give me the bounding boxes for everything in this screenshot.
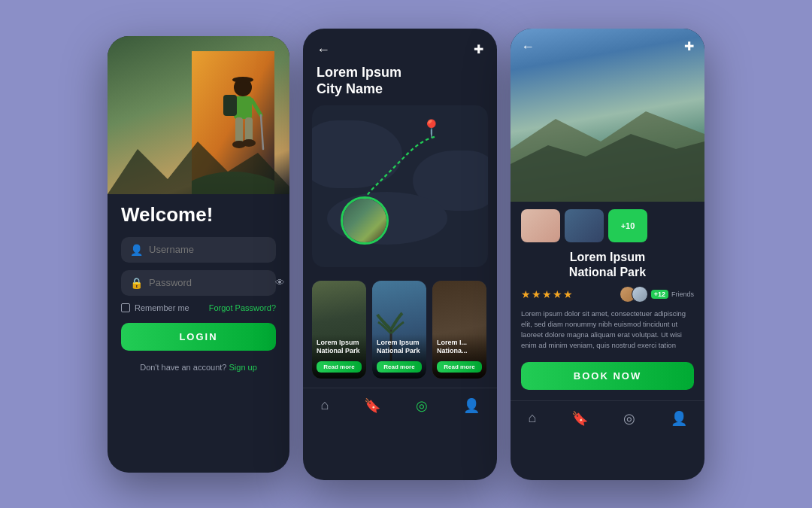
- read-more-btn-1[interactable]: Read more: [317, 361, 362, 373]
- password-input-row[interactable]: 🔒 👁: [121, 270, 276, 296]
- card-title-2: Lorem IpsumNational Park: [377, 339, 422, 355]
- map-screen: ← Lorem Ipsum City Name ✚ 📍 Lorem IpsumN…: [303, 29, 497, 480]
- friends-label: Friends: [671, 291, 694, 298]
- card-title-1: Lorem IpsumNational Park: [317, 339, 362, 355]
- nav-compass[interactable]: ◎: [416, 397, 428, 414]
- cliff-svg: [511, 104, 704, 202]
- card-overlay-3: Lorem I...Nationa... Read more: [432, 334, 486, 379]
- friends-badge: +12 Friends: [620, 286, 694, 303]
- detail-nav-compass[interactable]: ◎: [623, 410, 635, 427]
- destination-pin: 📍: [421, 119, 441, 138]
- detail-screen: ← ✚ +10 Lorem Ipsum National Park ★★★★★ …: [511, 29, 704, 480]
- map-header: ← Lorem Ipsum City Name ✚: [303, 29, 497, 98]
- mountain-bg: [108, 134, 289, 194]
- detail-back-button[interactable]: ←: [521, 39, 535, 55]
- login-button[interactable]: LOGIN: [121, 323, 276, 351]
- bottom-nav: ⌂ 🔖 ◎ 👤: [303, 388, 497, 421]
- remember-label: Remember me: [135, 303, 189, 312]
- eye-icon[interactable]: 👁: [275, 277, 285, 288]
- place-cards: Lorem IpsumNational Park Read more Lorem…: [303, 275, 497, 385]
- friends-count: +12: [651, 290, 668, 299]
- detail-thumb-2[interactable]: [565, 209, 604, 242]
- hero-image: [108, 36, 289, 194]
- password-input[interactable]: [149, 277, 275, 288]
- read-more-btn-2[interactable]: Read more: [377, 361, 422, 373]
- nav-bookmark[interactable]: 🔖: [364, 397, 380, 414]
- share-button[interactable]: ✚: [474, 42, 483, 56]
- signup-row: Don't have an account? Sign up: [121, 363, 276, 372]
- username-input-row[interactable]: 👤: [121, 237, 276, 263]
- detail-photos-row: +10: [521, 209, 694, 242]
- read-more-btn-3[interactable]: Read more: [437, 361, 482, 373]
- detail-meta-row: ★★★★★ +12 Friends: [521, 286, 694, 303]
- detail-body: +10 Lorem Ipsum National Park ★★★★★ +12 …: [511, 202, 704, 397]
- park-title: Lorem Ipsum National Park: [521, 250, 694, 280]
- forgot-password-link[interactable]: Forgot Password?: [209, 303, 276, 312]
- detail-nav-home[interactable]: ⌂: [528, 410, 536, 426]
- detail-bottom-nav: ⌂ 🔖 ◎ 👤: [511, 400, 704, 434]
- back-button[interactable]: ←: [317, 42, 401, 58]
- signup-text: Don't have an account?: [140, 363, 226, 372]
- login-form: Welcome! 👤 🔒 👁 Remember me Forgot Passwo…: [108, 194, 289, 382]
- username-input[interactable]: [149, 244, 275, 255]
- card-title-3: Lorem I...Nationa...: [437, 339, 482, 355]
- signup-link[interactable]: Sign up: [229, 363, 257, 372]
- detail-nav-bookmark[interactable]: 🔖: [571, 410, 588, 427]
- map-area: 📍: [312, 105, 488, 267]
- nav-profile[interactable]: 👤: [463, 397, 480, 414]
- detail-thumb-1[interactable]: [521, 209, 560, 242]
- route-path: [312, 105, 488, 267]
- card-overlay-2: Lorem IpsumNational Park Read more: [372, 334, 426, 379]
- avatar-stack: [620, 286, 648, 303]
- svg-marker-12: [108, 141, 289, 194]
- detail-hero: ← ✚: [511, 29, 704, 202]
- login-screen: Welcome! 👤 🔒 👁 Remember me Forgot Passwo…: [108, 36, 289, 473]
- detail-nav-profile[interactable]: 👤: [671, 410, 687, 427]
- place-card-3[interactable]: Lorem I...Nationa... Read more: [432, 281, 486, 379]
- user-icon: 👤: [130, 244, 143, 256]
- remember-left: Remember me: [121, 303, 189, 312]
- avatar-2: [632, 286, 648, 303]
- svg-point-3: [232, 77, 253, 83]
- book-now-button[interactable]: BOOK NOW: [521, 362, 694, 390]
- svg-rect-5: [223, 95, 237, 116]
- detail-share-button[interactable]: ✚: [684, 39, 694, 55]
- map-header-left: ← Lorem Ipsum City Name: [317, 42, 401, 98]
- card-overlay-1: Lorem IpsumNational Park Read more: [312, 334, 366, 379]
- detail-description: Lorem ipsum dolor sit amet, consectetuer…: [521, 309, 694, 351]
- welcome-text: Welcome!: [121, 203, 276, 227]
- remember-row: Remember me Forgot Password?: [121, 303, 276, 312]
- city-title: Lorem Ipsum City Name: [317, 64, 401, 98]
- detail-thumb-more[interactable]: +10: [608, 209, 647, 242]
- lock-icon: 🔒: [130, 277, 143, 289]
- map-photo-circle[interactable]: [341, 196, 389, 245]
- remember-checkbox[interactable]: [121, 303, 130, 312]
- detail-header: ← ✚: [511, 29, 704, 55]
- place-card-1[interactable]: Lorem IpsumNational Park Read more: [312, 281, 366, 379]
- place-card-2[interactable]: Lorem IpsumNational Park Read more: [372, 281, 426, 379]
- nav-home[interactable]: ⌂: [320, 397, 329, 413]
- map-photo: [343, 199, 386, 242]
- star-rating: ★★★★★: [521, 288, 574, 300]
